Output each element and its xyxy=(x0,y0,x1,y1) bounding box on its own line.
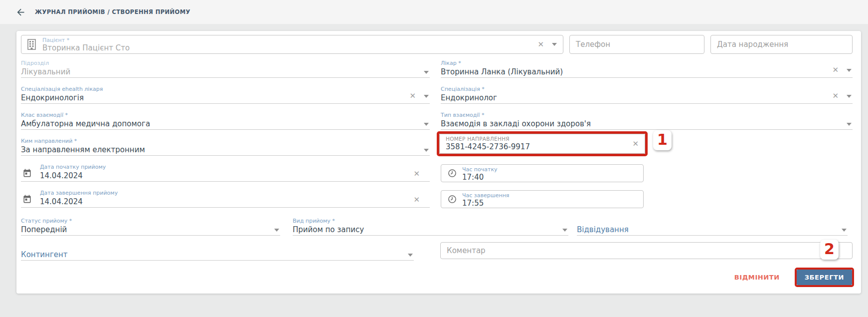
status-label: Статус прийому * xyxy=(21,218,280,224)
department-value: Лікувальний xyxy=(21,67,430,76)
attendance-field[interactable]: Відвідування xyxy=(577,218,848,236)
referred-by-field[interactable]: Ким направлений * За направленням електр… xyxy=(21,138,430,156)
end-date-value: 14.04.2024 xyxy=(40,197,430,206)
start-time-field[interactable]: Час початку 17:40 xyxy=(441,164,644,182)
ehealth-specialization-value: Ендокринологія xyxy=(21,93,430,102)
specialization-label: Спеціалізація * xyxy=(441,86,853,92)
chevron-down-icon[interactable] xyxy=(842,229,847,232)
doctor-label: Лікар * xyxy=(441,60,853,66)
annotation-highlight-1: НОМЕР НАПРАВЛЕННЯ 3581-4245-2736-9917 ✕ xyxy=(437,131,648,156)
calendar-icon xyxy=(22,194,32,206)
chevron-down-icon[interactable] xyxy=(424,71,429,74)
patient-field[interactable]: Пацієнт * Вторинка Пацієнт Сто ✕ xyxy=(21,35,563,54)
phone-placeholder: Телефон xyxy=(576,35,610,53)
chevron-down-icon[interactable] xyxy=(424,149,429,152)
back-button[interactable] xyxy=(15,6,26,17)
specialization-field[interactable]: Спеціалізація * Ендокринолог ✕ xyxy=(441,86,853,104)
clear-icon[interactable]: ✕ xyxy=(413,196,420,204)
clear-icon[interactable]: ✕ xyxy=(832,66,839,74)
doctor-value: Вторинна Ланка (Лікувальний) xyxy=(441,67,853,76)
start-date-label: Дата початку прийому xyxy=(40,164,430,170)
ehealth-specialization-label: Спеціалізація ehealth лікаря xyxy=(21,86,430,92)
status-value: Попередній xyxy=(21,225,280,234)
phone-field[interactable]: Телефон xyxy=(569,35,704,54)
breadcrumb[interactable]: ЖУРНАЛ ПРИЙОМІВ / СТВОРЕННЯ ПРИЙОМУ xyxy=(35,8,190,15)
chevron-down-icon[interactable] xyxy=(847,123,852,126)
start-time-value: 17:40 xyxy=(462,173,484,182)
patient-label: Пацієнт * xyxy=(42,37,69,43)
doctor-field[interactable]: Лікар * Вторинна Ланка (Лікувальний) ✕ xyxy=(441,60,853,78)
chevron-down-icon[interactable] xyxy=(552,43,557,46)
clear-icon[interactable]: ✕ xyxy=(537,41,544,48)
appointment-form-card: Пацієнт * Вторинка Пацієнт Сто ✕ Телефон… xyxy=(16,31,861,294)
patient-value: Вторинка Пацієнт Сто xyxy=(42,43,130,52)
comment-placeholder: Коментар xyxy=(447,243,486,259)
cancel-button[interactable]: ВІДМІНИТИ xyxy=(727,270,787,285)
end-date-label: Дата завершення прийому xyxy=(40,190,430,196)
ehealth-specialization-field[interactable]: Спеціалізація ehealth лікаря Ендокриноло… xyxy=(21,86,430,104)
birth-date-field[interactable]: Дата народження xyxy=(710,35,853,54)
clear-icon[interactable]: ✕ xyxy=(832,92,839,100)
save-button[interactable]: ЗБЕРЕГТИ xyxy=(797,270,852,285)
visit-kind-value: Прийом по запису xyxy=(293,225,568,234)
interaction-class-field[interactable]: Клас взаємодії * Амбулаторна медична доп… xyxy=(21,112,430,130)
chevron-down-icon[interactable] xyxy=(847,95,852,98)
start-date-value: 14.04.2024 xyxy=(40,171,430,180)
chevron-down-icon[interactable] xyxy=(562,229,567,232)
chevron-down-icon[interactable] xyxy=(847,69,852,72)
annotation-highlight-2: ЗБЕРЕГТИ xyxy=(795,268,854,287)
specialization-value: Ендокринолог xyxy=(441,93,853,102)
interaction-type-value: Взаємодія в закладі охорони здоров'я xyxy=(441,119,853,128)
referred-by-label: Ким направлений * xyxy=(21,138,430,144)
annotation-marker-2: 2 xyxy=(820,240,839,260)
start-time-label: Час початку xyxy=(462,166,498,173)
visit-kind-label: Вид прийому * xyxy=(293,218,568,224)
start-date-field[interactable]: Дата початку прийому 14.04.2024 ✕ xyxy=(21,164,430,182)
end-date-field[interactable]: Дата завершення прийому 14.04.2024 ✕ xyxy=(21,190,430,208)
hospital-icon xyxy=(27,35,36,53)
calendar-icon xyxy=(22,168,32,180)
department-field[interactable]: Підрозділ Лікувальний xyxy=(21,60,430,78)
birth-date-placeholder: Дата народження xyxy=(717,35,788,53)
form-actions: ВІДМІНИТИ ЗБЕРЕГТИ xyxy=(727,268,854,287)
referral-number-value: 3581-4245-2736-9917 xyxy=(446,142,530,151)
end-time-field[interactable]: Час завершення 17:55 xyxy=(441,190,644,208)
clock-icon xyxy=(447,165,457,182)
topbar: ЖУРНАЛ ПРИЙОМІВ / СТВОРЕННЯ ПРИЙОМУ xyxy=(0,0,868,24)
clear-icon[interactable]: ✕ xyxy=(413,170,420,178)
comment-field[interactable]: Коментар xyxy=(440,242,853,259)
referred-by-value: За направленням електронним xyxy=(21,145,430,154)
annotation-marker-1: 1 xyxy=(653,130,672,150)
end-time-label: Час завершення xyxy=(462,192,509,199)
visit-kind-field[interactable]: Вид прийому * Прийом по запису xyxy=(293,218,568,236)
referral-number-label: НОМЕР НАПРАВЛЕННЯ xyxy=(446,136,510,142)
clock-icon xyxy=(447,191,457,208)
chevron-down-icon[interactable] xyxy=(424,95,429,98)
attendance-placeholder: Відвідування xyxy=(577,225,848,234)
arrow-left-icon xyxy=(15,7,26,17)
department-label: Підрозділ xyxy=(21,60,430,66)
interaction-type-label: Тип взаємодії * xyxy=(441,112,853,118)
referral-number-field[interactable]: НОМЕР НАПРАВЛЕННЯ 3581-4245-2736-9917 ✕ xyxy=(439,134,645,154)
status-field[interactable]: Статус прийому * Попередній xyxy=(21,218,280,236)
chevron-down-icon[interactable] xyxy=(424,123,429,126)
chevron-down-icon[interactable] xyxy=(274,229,279,232)
clear-icon[interactable]: ✕ xyxy=(409,92,416,100)
contingent-placeholder: Контингент xyxy=(21,250,414,259)
contingent-field[interactable]: Контингент xyxy=(21,243,414,261)
interaction-class-label: Клас взаємодії * xyxy=(21,112,430,118)
end-time-value: 17:55 xyxy=(462,199,484,208)
interaction-class-value: Амбулаторна медична допомога xyxy=(21,119,430,128)
clear-icon[interactable]: ✕ xyxy=(632,140,639,148)
interaction-type-field[interactable]: Тип взаємодії * Взаємодія в закладі охор… xyxy=(441,112,853,130)
chevron-down-icon[interactable] xyxy=(408,254,413,257)
